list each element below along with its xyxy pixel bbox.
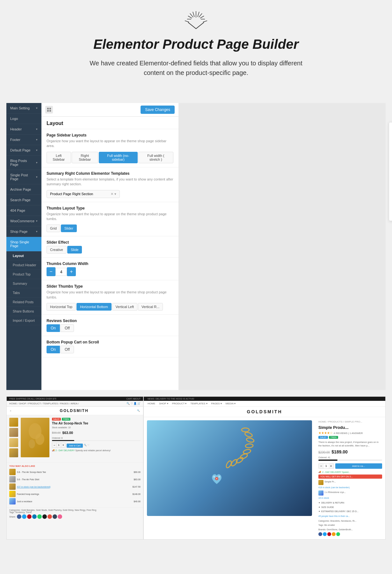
vertical-left-btn[interactable]: Vertical Left: [112, 303, 137, 311]
shop-add-to-cart-btn[interactable]: Add to Cart: [67, 444, 83, 448]
pin-share-icon[interactable]: [27, 514, 32, 519]
screenshots-row: FREE SHIPPING ON ALL ORDERS OVER $75 CAR…: [6, 396, 386, 540]
product-thumbnails: [9, 418, 18, 457]
product-share-icons: [318, 532, 382, 536]
vertical-right-btn[interactable]: Vertical R...: [138, 303, 163, 311]
qty-plus[interactable]: +: [61, 443, 65, 447]
related-section: YOU MAY ALSO LIKE 3.8 - The Air Scoop-Ne…: [7, 462, 143, 507]
yt-icon-small[interactable]: [332, 532, 336, 536]
yt-share-icon[interactable]: [42, 514, 47, 519]
sidebar-item-main-setting[interactable]: Main Setting ▾: [6, 103, 41, 114]
summary-template-select[interactable]: Product Page Right Section ✕ ▾: [47, 190, 120, 198]
save-changes-button[interactable]: Save Changes: [141, 106, 175, 114]
slide-btn[interactable]: Slide: [67, 246, 82, 254]
svg-point-19: [244, 431, 253, 438]
svg-line-9: [203, 21, 207, 22]
popup-off-btn[interactable]: Off: [61, 346, 74, 353]
tb-share-icon[interactable]: [53, 514, 57, 519]
tw-share-icon[interactable]: [22, 514, 26, 519]
product-breadcrumb: HOME / PRODUCTS / SIMPLE PRO...: [318, 420, 382, 423]
sidebar-sub-product-header[interactable]: Product Header: [6, 261, 41, 270]
sidebar-item-header[interactable]: Header ▾: [6, 124, 41, 135]
shop-screenshot-left: FREE SHIPPING ON ALL ORDERS OVER $75 CAR…: [6, 396, 143, 540]
sidebar-sub-share-buttons[interactable]: Share Buttons: [6, 307, 41, 316]
truck-icon: 🚚: [52, 449, 55, 452]
chevron-icon: ▾: [36, 161, 38, 164]
prod-qty-minus[interactable]: −: [319, 464, 324, 468]
fb-icon-small[interactable]: [318, 532, 322, 536]
sidebar-item-search[interactable]: Search Page: [6, 195, 41, 205]
creative-btn[interactable]: Creative: [47, 246, 67, 254]
sidebar-item-shop-page[interactable]: Shop Page ▾: [6, 226, 41, 237]
qty-minus[interactable]: −: [52, 443, 56, 447]
sidebar-item-single-post[interactable]: Single Post Page ▾: [6, 170, 41, 184]
slider-thumbs-title: Slider Thumbs Type: [47, 284, 173, 289]
reviews-on-btn[interactable]: On: [47, 324, 60, 332]
sidebar-sub-tabs[interactable]: Tabs: [6, 288, 41, 298]
wa-icon-small[interactable]: [336, 532, 340, 536]
increment-button[interactable]: +: [67, 267, 76, 276]
wa-share-icon[interactable]: [37, 514, 42, 519]
chevron-icon: ▾: [36, 128, 38, 131]
add-to-cart-row: − 1 + Add to Cart 🔍 ♡: [52, 442, 141, 448]
in-share-icon[interactable]: [58, 514, 62, 519]
related-img-small-2: [318, 490, 323, 496]
popup-on-btn[interactable]: On: [47, 346, 60, 353]
li-share-icon[interactable]: [32, 514, 37, 519]
product-top-bar: NEWS: DELIVERY TO THE HOOD IS ACTIVE!: [144, 397, 385, 401]
gp-share-icon[interactable]: [47, 514, 52, 519]
full-width-stretch-btn[interactable]: Full width ( stretch ): [138, 152, 173, 163]
sidebar-item-404[interactable]: 404 Page: [6, 205, 41, 216]
sidebar-item-footer[interactable]: Footer ▾: [6, 135, 41, 145]
sidebar-item-woocommerce[interactable]: WooCommerce ▾: [6, 216, 41, 226]
sidebar-sub-summary[interactable]: Summary: [6, 279, 41, 288]
grid-btn[interactable]: Grid: [47, 224, 60, 232]
sidebar-sub-layout[interactable]: Layout: [6, 251, 41, 261]
related-title: YOU MAY ALSO LIKE: [9, 465, 141, 467]
sidebar-item-blog-posts[interactable]: Blog Posts Page ▾: [6, 156, 41, 170]
svg-point-30: [218, 476, 220, 478]
thumb-1: [9, 418, 18, 427]
thumbs-column-width-row: Thumbs Column Width − +: [41, 258, 178, 280]
svg-line-4: [193, 12, 194, 17]
tw-icon-small[interactable]: [323, 532, 327, 536]
decrement-button[interactable]: −: [47, 267, 55, 276]
main-content: Main Setting ▾ Logo Header ▾ Footer ▾ De…: [6, 103, 386, 390]
left-sidebar-btn[interactable]: Left Sidebar: [47, 152, 71, 163]
thumb-2: [9, 428, 18, 437]
horizontal-top-btn[interactable]: Horizontal Top: [47, 303, 76, 311]
product-screenshot-right: NEWS: DELIVERY TO THE HOOD IS ACTIVE! HO…: [143, 396, 386, 540]
summary-column-title: Summary Right Column Elementor Templates: [47, 171, 173, 176]
thumbs-layout-title: Thumbs Layout Type: [47, 206, 173, 210]
delivery-info: 🚚 2 - DAY DELIVERY Speedy and reliable p…: [52, 449, 141, 452]
reviews-title: Reviews Section: [47, 319, 173, 323]
sidebar-item-shop-single-page[interactable]: Shop Single Page: [6, 237, 41, 251]
sidebar-item-archive[interactable]: Archive Page: [6, 184, 41, 195]
prod-qty-plus[interactable]: +: [329, 464, 334, 468]
product-rating: ★★★★☆ 4 REVIEWS | 1 ANSWER: [318, 431, 382, 435]
delivery-icon-small: ✦: [318, 501, 320, 504]
horizontal-bottom-btn[interactable]: Horizontal Bottom: [76, 303, 111, 311]
product-title: Simple Produ...: [318, 425, 382, 430]
sidebar-item-logo[interactable]: Logo: [6, 114, 41, 124]
prod-add-to-cart[interactable]: Add to ca...: [335, 463, 382, 469]
full-width-nosidebar-btn[interactable]: Full width (no-sidebar): [99, 152, 138, 163]
sidebar-sub-product-top[interactable]: Product Top: [6, 270, 41, 279]
product-image-side: [144, 417, 315, 539]
svg-line-5: [190, 13, 193, 17]
slider-btn[interactable]: Slider: [61, 224, 77, 232]
reviews-off-btn[interactable]: Off: [61, 324, 74, 332]
hero-section: Elementor Product Page Builder We have c…: [0, 0, 392, 103]
quick-view[interactable]: 🔍 ♡: [84, 444, 89, 446]
column-width-input[interactable]: [55, 268, 67, 276]
sidebar-sub-import-export[interactable]: Import / Export: [6, 316, 41, 325]
svg-point-16: [35, 433, 44, 445]
pin-icon-small[interactable]: [327, 532, 331, 536]
right-sidebar-btn[interactable]: Right Sidebar: [72, 152, 98, 163]
fb-share-icon[interactable]: [17, 514, 21, 519]
page-sidebar-layouts-row: Page Sidebar Layouts Organize how you wa…: [41, 129, 178, 167]
related-img-1: [9, 469, 16, 475]
sidebar-sub-related-posts[interactable]: Related Posts: [6, 298, 41, 307]
sidebar-item-default-page[interactable]: Default Page ▾: [6, 145, 41, 156]
categories-small: Categories: Bracelets, Necklaces, Ri...: [318, 519, 382, 523]
